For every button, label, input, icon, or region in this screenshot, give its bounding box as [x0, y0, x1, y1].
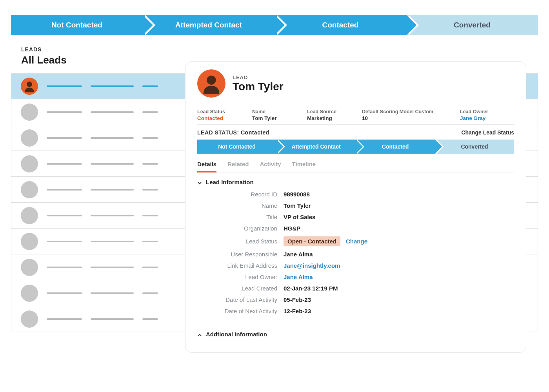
summary-value: 10	[362, 115, 448, 121]
summary-lead-owner: Lead Owner Jane Gray	[460, 109, 503, 121]
placeholder-text	[142, 241, 158, 242]
summary-label: Lead Status	[197, 109, 240, 114]
summary-lead-source: Lead Source Marketing	[307, 109, 350, 121]
tab-label: Details	[197, 161, 216, 167]
field-record-id: Record ID 98990088	[197, 189, 514, 200]
lead-header: LEAD Tom Tyler	[197, 69, 514, 98]
lead-eyebrow: LEAD	[233, 74, 284, 80]
placeholder-text	[91, 318, 134, 320]
field-label: Record ID	[197, 191, 284, 198]
pipeline-stage-attempted-contact[interactable]: Attempted Contact	[143, 15, 274, 35]
summary-name: Name Tom Tyler	[252, 109, 295, 121]
placeholder-text	[47, 318, 82, 320]
field-value: 12-Feb-23	[284, 308, 311, 314]
placeholder-text	[142, 215, 158, 216]
lead-name-heading: Tom Tyler	[233, 80, 284, 93]
field-value-link[interactable]: Jane@insightly.com	[284, 262, 340, 269]
mini-pipeline: Not Contacted Attempted Contact Contacte…	[197, 140, 514, 154]
change-link[interactable]: Change	[346, 238, 367, 245]
summary-label: Lead Source	[307, 109, 350, 114]
tab-timeline[interactable]: Timeline	[292, 159, 316, 172]
section-title: Addtional Information	[206, 331, 267, 338]
mini-stage-contacted[interactable]: Contacted	[356, 140, 435, 154]
field-last-activity: Date of Last Activity 05-Feb-23	[197, 294, 514, 305]
summary-scoring-model: Default Scoring Model Custom 10	[362, 109, 448, 121]
placeholder-text	[47, 189, 82, 191]
field-value: Open - Contacted Change	[284, 236, 367, 246]
avatar	[21, 155, 38, 172]
avatar	[21, 259, 38, 276]
mini-stage-converted[interactable]: Converted	[435, 140, 514, 154]
summary-label: Name	[252, 109, 295, 114]
tab-activity[interactable]: Activity	[260, 159, 281, 172]
placeholder-text	[142, 85, 158, 87]
field-value-link[interactable]: Jane Alma	[284, 274, 313, 280]
mini-stage-attempted-contact[interactable]: Attempted Contact	[276, 140, 356, 154]
placeholder-text	[47, 137, 82, 139]
avatar	[21, 181, 38, 198]
placeholder-text	[47, 267, 82, 268]
avatar	[21, 310, 38, 328]
lead-detail-card: LEAD Tom Tyler Lead Status Contacted Nam…	[185, 61, 526, 353]
mini-stage-not-contacted[interactable]: Not Contacted	[197, 140, 276, 154]
leads-eyebrow: LEADS	[21, 46, 538, 53]
lead-status-badge: Open - Contacted	[284, 236, 340, 246]
placeholder-text	[91, 137, 134, 139]
tab-label: Related	[227, 161, 249, 167]
placeholder-text	[142, 111, 158, 113]
field-link-email: Link Email Address Jane@insightly.com	[197, 260, 514, 271]
placeholder-text	[91, 111, 134, 113]
tab-label: Timeline	[292, 161, 316, 167]
pipeline-stage-converted[interactable]: Converted	[406, 15, 538, 35]
summary-value: Marketing	[307, 115, 350, 121]
placeholder-text	[91, 189, 134, 191]
pipeline-stage-label: Converted	[454, 21, 491, 29]
section-additional-information-toggle[interactable]: Addtional Information	[197, 325, 514, 341]
field-label: Link Email Address	[197, 262, 284, 269]
field-label: Lead Status	[197, 238, 284, 245]
tab-details[interactable]: Details	[197, 159, 216, 172]
field-label: Organization	[197, 225, 284, 232]
field-lead-created: Lead Created 02-Jan-23 12:19 PM	[197, 283, 514, 294]
pipeline-stages: Not Contacted Attempted Contact Contacte…	[11, 15, 538, 35]
lead-status-bar: LEAD STATUS: Contacted Change Lead Statu…	[197, 125, 514, 140]
summary-label: Lead Owner	[460, 109, 503, 114]
placeholder-text	[91, 163, 134, 165]
placeholder-text	[47, 241, 82, 242]
lead-status-text: LEAD STATUS: Contacted	[197, 129, 269, 136]
pipeline-stage-label: Not Contacted	[51, 21, 102, 29]
pipeline-stage-contacted[interactable]: Contacted	[274, 15, 406, 35]
chevron-up-icon	[197, 332, 202, 337]
detail-tabs: Details Related Activity Timeline	[197, 154, 514, 172]
field-value: Tom Tyler	[284, 202, 311, 209]
placeholder-text	[47, 292, 82, 294]
field-value: Jane Alma	[284, 251, 313, 258]
placeholder-text	[91, 292, 134, 294]
svg-point-1	[207, 76, 216, 85]
placeholder-text	[91, 267, 134, 268]
field-next-activity: Date of Next Activity 12-Feb-23	[197, 305, 514, 317]
lead-information-fields: Record ID 98990088 Name Tom Tyler Title …	[197, 189, 514, 317]
mini-stage-label: Converted	[461, 143, 488, 150]
section-lead-information-toggle[interactable]: Lead Information	[197, 172, 514, 189]
field-label: Date of Next Activity	[197, 308, 284, 314]
mini-stage-label: Contacted	[382, 143, 409, 150]
placeholder-text	[142, 267, 158, 268]
pipeline-stage-not-contacted[interactable]: Not Contacted	[11, 15, 143, 35]
change-lead-status-button[interactable]: Change Lead Status	[461, 129, 514, 136]
avatar	[21, 129, 38, 147]
summary-value-link[interactable]: Jane Gray	[460, 115, 503, 121]
tab-label: Activity	[260, 161, 281, 167]
placeholder-text	[142, 189, 158, 191]
field-lead-status: Lead Status Open - Contacted Change	[197, 234, 514, 249]
field-title: Title VP of Sales	[197, 211, 514, 223]
summary-value: Contacted	[197, 115, 240, 121]
summary-value: Tom Tyler	[252, 115, 295, 121]
field-value: 98990088	[284, 191, 310, 198]
mini-stage-label: Not Contacted	[218, 143, 256, 150]
lead-summary: Lead Status Contacted Name Tom Tyler Lea…	[197, 104, 514, 125]
field-label: Name	[197, 202, 284, 209]
field-label: Title	[197, 214, 284, 220]
field-user-responsible: User Responsible Jane Alma	[197, 249, 514, 260]
tab-related[interactable]: Related	[227, 159, 249, 172]
